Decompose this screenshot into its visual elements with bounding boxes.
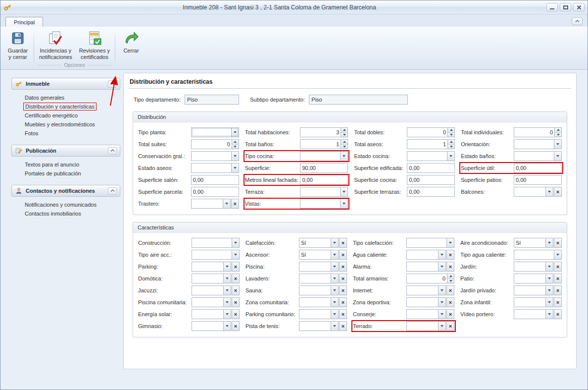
dropdown-arrow-icon[interactable] [231, 164, 239, 172]
clear-button-trastero[interactable]: × [231, 199, 239, 209]
dropdown-zona-comunitaria[interactable] [299, 297, 339, 307]
clear-button-agua-caliente[interactable]: × [446, 250, 454, 260]
dropdown-arrow-icon[interactable] [545, 310, 553, 319]
spin-up-button[interactable] [341, 128, 347, 133]
dropdown-arrow-icon[interactable] [331, 250, 338, 259]
dropdown-tipo-agua-caliente[interactable] [514, 250, 562, 260]
clear-button-patio[interactable]: × [554, 274, 562, 283]
dropdown-arrow-icon[interactable] [223, 262, 231, 271]
dropdown-arrow-icon[interactable] [232, 250, 239, 259]
dropdown-conserje[interactable] [406, 309, 446, 319]
dropdown-pista-de-tenis[interactable] [299, 321, 339, 331]
sidebar-item-distribucion-y-caracteristicas[interactable]: Distribución y características [11, 102, 120, 111]
sidebar-section-header-inmueble[interactable]: Inmueble [11, 78, 120, 90]
dropdown-arrow-icon[interactable] [231, 152, 239, 161]
dropdown-arrow-icon[interactable] [331, 298, 338, 307]
dropdown-arrow-icon[interactable] [545, 274, 553, 283]
dropdown-arrow-icon[interactable] [554, 140, 561, 149]
dropdown-arrow-icon[interactable] [438, 250, 445, 259]
save-and-close-button[interactable]: Guardar y cerrar [3, 29, 32, 69]
chevron-up-icon[interactable] [108, 147, 117, 155]
titlebar[interactable]: Inmueble 208 - Sant Ignasi 3 , 2-1 Santa… [0, 0, 588, 14]
dropdown-construccion[interactable] [192, 238, 240, 248]
sidebar-item-certificado-energetico[interactable]: Certificado energético [11, 111, 120, 120]
clear-button-jacuzzi[interactable]: × [232, 285, 240, 295]
dropdown-arrow-icon[interactable] [447, 152, 454, 161]
incidents-notifications-button[interactable]: Incidencias y notificaciones [36, 29, 76, 61]
dropdown-tipo-calefaccion[interactable] [406, 238, 454, 248]
dropdown-arrow-icon[interactable] [545, 262, 553, 271]
dropdown-domotica[interactable] [192, 274, 231, 283]
spinner-total-habitaciones[interactable]: 3 [300, 127, 348, 137]
tab-principal[interactable]: Principal [5, 17, 43, 27]
sidebar-item-portales-de-publicacion[interactable]: Portales de publicación [11, 169, 120, 178]
dropdown-arrow-icon[interactable] [223, 310, 231, 319]
dropdown-arrow-icon[interactable] [223, 286, 231, 295]
clear-button-zona-infantil[interactable]: × [554, 297, 562, 307]
input-metros-lineal-fachada[interactable]: 0,00 [300, 175, 348, 185]
input-superficie-salon[interactable]: 0,00 [191, 175, 239, 185]
dropdown-piscina[interactable] [299, 262, 339, 272]
dropdown-aire-acondicionado[interactable]: Sí [514, 238, 553, 248]
clear-button-conserje[interactable]: × [446, 309, 454, 319]
clear-button-ascensor[interactable]: × [339, 250, 347, 260]
spin-down-button[interactable] [448, 145, 454, 149]
dropdown-piscina-comunitaria[interactable] [192, 297, 231, 307]
dropdown-sauna[interactable] [299, 285, 339, 295]
spin-down-button[interactable] [341, 145, 347, 149]
spinner-total-banos[interactable]: 1 [300, 139, 348, 149]
dropdown-terraza[interactable] [300, 187, 348, 197]
dropdown-estado-cocina[interactable] [407, 151, 455, 161]
dropdown-arrow-icon[interactable] [331, 262, 338, 271]
spin-down-button[interactable] [555, 133, 561, 137]
dropdown-conservacion-gral[interactable] [191, 151, 239, 161]
clear-button-terrado[interactable]: × [446, 321, 454, 331]
dropdown-orientacion[interactable] [514, 139, 562, 149]
dropdown-terrado[interactable] [406, 321, 446, 331]
dropdown-arrow-icon[interactable] [223, 322, 231, 331]
dropdown-arrow-icon[interactable] [331, 238, 338, 247]
clear-button-zona-deportiva[interactable]: × [446, 297, 454, 307]
clear-button-balcones[interactable]: × [554, 187, 562, 197]
spinner-total-suites[interactable]: 0 [191, 139, 239, 149]
clear-button-video-portero[interactable]: × [554, 309, 562, 319]
clear-button-gimnasio[interactable]: × [232, 321, 240, 331]
dropdown-arrow-icon[interactable] [438, 298, 445, 307]
ribbon-collapse-button[interactable] [572, 17, 583, 25]
sidebar-item-fotos[interactable]: Fotos [11, 129, 120, 138]
chevron-up-icon[interactable] [108, 80, 117, 88]
dropdown-parking[interactable] [192, 262, 231, 272]
spin-down-button[interactable] [232, 145, 239, 149]
spinner-total-aseos[interactable]: 1 [407, 139, 455, 149]
dropdown-lavadero[interactable] [299, 274, 339, 283]
dropdown-arrow-icon[interactable] [446, 238, 454, 247]
dropdown-arrow-icon[interactable] [231, 128, 239, 137]
dropdown-arrow-icon[interactable] [232, 238, 239, 247]
dropdown-arrow-icon[interactable] [331, 274, 338, 283]
dropdown-arrow-icon[interactable] [331, 322, 338, 331]
dropdown-patio[interactable] [514, 274, 553, 283]
spin-up-button[interactable] [448, 128, 454, 133]
clear-button-domotica[interactable]: × [232, 274, 240, 283]
clear-button-alarma[interactable]: × [446, 262, 454, 272]
dropdown-arrow-icon[interactable] [438, 322, 445, 331]
dropdown-tipo-aire-acc[interactable] [192, 250, 240, 260]
sidebar-item-datos-generales[interactable]: Datos generales [11, 93, 120, 102]
input-superficie[interactable]: 90,00 [300, 163, 348, 173]
revisions-certificates-button[interactable]: Revisiones y certificados [76, 29, 113, 61]
sidebar-item-notificaciones-y-comunicados[interactable]: Notificaciones y comunicados [11, 200, 120, 209]
input-superficie-parcela[interactable]: 0,00 [191, 187, 239, 197]
clear-button-aire-acondicionado[interactable]: × [554, 238, 562, 248]
dropdown-zona-infantil[interactable] [514, 297, 553, 307]
clear-button-jardin-privado[interactable]: × [554, 285, 562, 295]
dropdown-vistas[interactable] [300, 199, 348, 209]
spin-down-button[interactable] [341, 133, 347, 137]
dropdown-jardin-privado[interactable] [514, 285, 553, 295]
dropdown-arrow-icon[interactable] [438, 262, 445, 271]
dropdown-estado-banos[interactable] [514, 151, 562, 161]
dropdown-tipo-cocina[interactable] [300, 151, 348, 161]
spinner-total-armarios[interactable]: 0 [406, 274, 454, 283]
dropdown-estado-aseos[interactable] [191, 163, 239, 173]
clear-button-jardin[interactable]: × [554, 262, 562, 272]
dropdown-arrow-icon[interactable] [554, 152, 561, 161]
